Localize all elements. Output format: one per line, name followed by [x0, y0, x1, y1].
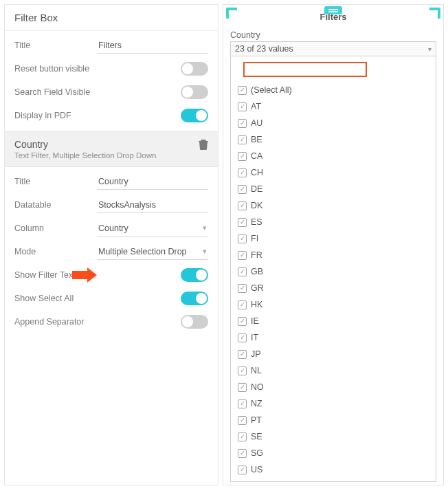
country-option[interactable]: ✓NO [238, 380, 436, 395]
country-option-label: NL [251, 363, 262, 378]
country-option[interactable]: ✓CA [238, 149, 436, 164]
country-option-label: FI [251, 231, 258, 246]
show-select-all-label: Show Select All [14, 294, 97, 303]
checkbox-icon: ✓ [238, 135, 247, 144]
search-visible-toggle[interactable] [181, 85, 208, 99]
reset-visible-label: Reset button visible [14, 64, 97, 74]
country-option[interactable]: ✓HK [238, 297, 436, 312]
checkbox-icon: ✓ [238, 267, 247, 276]
checkbox-icon: ✓ [238, 234, 247, 243]
country-option-label: AT [251, 99, 261, 114]
country-option-label: BE [251, 132, 262, 147]
country-option[interactable]: ✓GB [238, 264, 436, 279]
show-filter-textbox-toggle[interactable] [181, 268, 208, 282]
checkbox-icon: ✓ [238, 251, 247, 260]
column-select-value: Country [98, 223, 128, 233]
country-option[interactable]: ✓IE [238, 314, 436, 329]
country-option-label: JP [251, 347, 261, 362]
country-option[interactable]: ✓IT [238, 330, 436, 345]
drag-handle-icon[interactable] [324, 6, 342, 14]
filters-widget-panel: Filters Country 23 of 23 values ▾ ✓ (Sel… [223, 4, 444, 485]
country-option-label: NZ [251, 396, 262, 411]
checkbox-icon: ✓ [238, 416, 247, 425]
checkbox-icon: ✓ [238, 201, 247, 210]
panel-title: Filter Box [5, 5, 218, 31]
country-option[interactable]: ✓FR [238, 248, 436, 263]
country-option[interactable]: ✓SG [238, 446, 436, 461]
show-select-all-toggle[interactable] [181, 292, 208, 305]
country-option-label: AU [251, 116, 262, 131]
country-option[interactable]: ✓NZ [238, 396, 436, 411]
checkbox-icon: ✓ [238, 284, 247, 293]
country-option-label: NO [251, 380, 264, 395]
append-separator-toggle[interactable] [181, 315, 208, 329]
checkbox-icon: ✓ [238, 152, 247, 161]
mode-select[interactable]: Multiple Selection Drop ▾ [97, 244, 208, 260]
country-field-label: Country [230, 30, 436, 40]
country-option[interactable]: ✓DE [238, 182, 436, 197]
chevron-down-icon: ▾ [428, 45, 432, 53]
country-option-label: GR [251, 281, 264, 296]
country-option-label: DE [251, 182, 262, 197]
country-option-label: IT [251, 330, 258, 345]
country-option[interactable]: ✓AU [238, 116, 436, 131]
country-option-label: FR [251, 248, 262, 263]
display-pdf-toggle[interactable] [181, 109, 208, 122]
country-dropdown: ✓ (Select All) ✓AT✓AU✓BE✓CA✓CH✓DE✓DK✓ES✓… [230, 56, 436, 482]
checkbox-icon: ✓ [238, 333, 247, 342]
country-option[interactable]: ✓AT [238, 99, 436, 114]
display-pdf-label: Display in PDF [14, 111, 97, 120]
append-separator-label: Append Separator [14, 317, 97, 327]
callout-arrow-icon [72, 267, 97, 283]
search-visible-label: Search Field Visible [14, 87, 97, 97]
country-option-label: ES [251, 215, 262, 230]
country-combo[interactable]: 23 of 23 values ▾ [230, 41, 436, 56]
country-option[interactable]: ✓US [238, 462, 436, 477]
selection-corner-icon [226, 8, 237, 19]
country-option[interactable]: ✓SE [238, 429, 436, 444]
mode-select-value: Multiple Selection Drop [98, 247, 187, 256]
datatable-input[interactable] [97, 197, 208, 213]
chevron-down-icon: ▾ [203, 247, 207, 256]
title-label: Title [14, 41, 97, 50]
checkbox-icon: ✓ [238, 317, 247, 326]
country-option[interactable]: ✓GR [238, 281, 436, 296]
filter-section-subtitle: Text Filter, Multiple Selection Drop Dow… [14, 151, 199, 160]
checkbox-icon: ✓ [238, 350, 247, 359]
reset-visible-toggle[interactable] [181, 62, 208, 76]
filter-search-input[interactable] [243, 62, 367, 77]
country-title-label: Title [14, 177, 97, 186]
checkbox-icon: ✓ [238, 432, 247, 441]
combo-text: 23 of 23 values [235, 44, 293, 54]
country-option[interactable]: ✓DK [238, 198, 436, 213]
title-input[interactable] [97, 38, 208, 54]
select-all-label: (Select All) [251, 83, 292, 98]
checkbox-icon: ✓ [238, 383, 247, 392]
checkbox-icon: ✓ [238, 449, 247, 458]
country-option-label: GB [251, 264, 263, 279]
country-option[interactable]: ✓FI [238, 231, 436, 246]
column-label: Column [14, 223, 97, 233]
checkbox-icon: ✓ [238, 168, 247, 177]
select-all-item[interactable]: ✓ (Select All) [238, 83, 436, 98]
checkbox-icon: ✓ [238, 366, 247, 375]
trash-icon[interactable] [199, 139, 208, 152]
chevron-down-icon: ▾ [203, 223, 207, 232]
country-option[interactable]: ✓ES [238, 215, 436, 230]
column-select[interactable]: Country ▾ [97, 221, 208, 237]
country-option[interactable]: ✓JP [238, 347, 436, 362]
filter-section-header: Country Text Filter, Multiple Selection … [5, 131, 218, 167]
country-title-input[interactable] [97, 174, 208, 190]
country-option-label: SG [251, 446, 263, 461]
country-option[interactable]: ✓NL [238, 363, 436, 378]
country-option-label: IE [251, 314, 259, 329]
country-option-label: SE [251, 429, 262, 444]
checkbox-icon: ✓ [238, 119, 247, 128]
country-option-label: HK [251, 297, 262, 312]
checkbox-icon: ✓ [238, 399, 247, 408]
country-option[interactable]: ✓PT [238, 413, 436, 428]
country-option-label: PT [251, 413, 262, 428]
checkbox-icon: ✓ [238, 86, 247, 95]
country-option[interactable]: ✓CH [238, 165, 436, 180]
country-option[interactable]: ✓BE [238, 132, 436, 147]
